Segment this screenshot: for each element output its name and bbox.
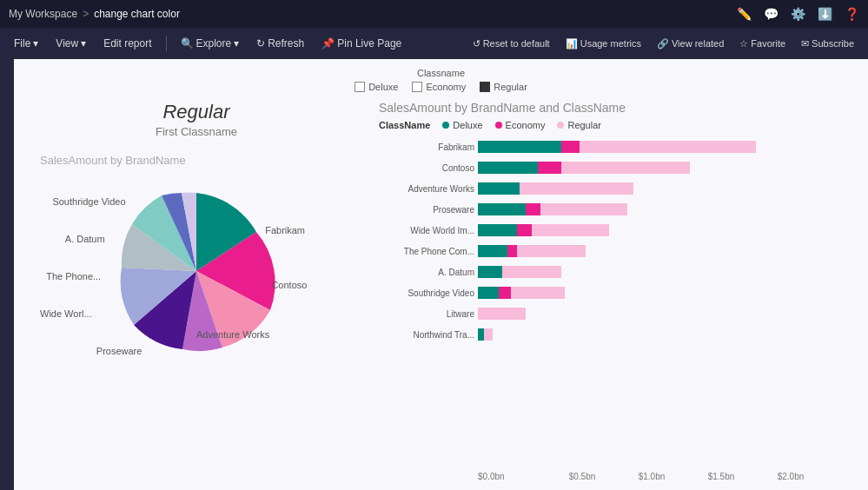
- bar-legend-regular: Regular: [557, 120, 601, 130]
- seg-deluxe: [478, 245, 507, 257]
- reset-btn[interactable]: ↺ Reset to default: [466, 35, 557, 53]
- pie-label-adventure: Adventure Works: [196, 329, 269, 340]
- bar-label: Northwind Tra...: [379, 330, 474, 340]
- breadcrumb: My Workspace > change chart color: [9, 8, 180, 20]
- bar-legend-regular-dot: [557, 122, 564, 129]
- x-tick: $0.5bn: [547, 472, 617, 481]
- bar-chart-area: FabrikamContosoAdventure WorksProsewareW…: [379, 137, 851, 468]
- usage-metrics-btn[interactable]: 📊 Usage metrics: [559, 35, 648, 53]
- x-tick: $0.0bn: [478, 472, 547, 481]
- bar-legend-deluxe: Deluxe: [442, 120, 482, 130]
- view-related-btn[interactable]: 🔗 View related: [650, 35, 731, 53]
- bar-legend: ClassName Deluxe Economy Regular: [379, 120, 851, 130]
- pie-label-contoso: Contoso: [271, 280, 307, 290]
- seg-deluxe: [478, 203, 526, 215]
- bar-legend-economy-dot: [495, 122, 502, 129]
- bar-label: Contoso: [379, 163, 474, 173]
- bar-segments: [478, 203, 627, 215]
- top-bar-actions: ✏️ 💬 ⚙️ ⬇️ ❓: [737, 7, 859, 21]
- seg-deluxe: [478, 287, 499, 299]
- pie-label-proseware: Proseware: [96, 346, 142, 356]
- bar-label: Proseware: [379, 205, 474, 215]
- explore-menu[interactable]: 🔍 Explore ▾: [174, 34, 247, 53]
- refresh-btn[interactable]: ↻ Refresh: [249, 34, 311, 53]
- seg-regular: [520, 182, 633, 195]
- bar-legend-classname: ClassName: [379, 120, 430, 130]
- seg-deluxe: [478, 182, 520, 195]
- bar-label: Litware: [379, 309, 474, 319]
- settings-icon-btn[interactable]: ⚙️: [791, 7, 805, 21]
- bar-row: Wide World Im...: [379, 221, 851, 240]
- bar-legend-regular-label: Regular: [567, 120, 601, 130]
- first-classname-label: First Classname: [156, 125, 237, 138]
- bar-segments: [478, 224, 609, 236]
- x-axis: $0.0bn$0.5bn$1.0bn$1.5bn$2.0bn: [478, 472, 851, 481]
- seg-regular: [478, 308, 526, 320]
- seg-economy: [507, 245, 516, 257]
- bar-row: Proseware: [379, 200, 851, 219]
- x-tick: $2.0bn: [756, 472, 825, 481]
- legend-deluxe-label: Deluxe: [368, 82, 398, 92]
- legend-economy: Economy: [412, 82, 466, 92]
- subscribe-btn[interactable]: ✉ Subscribe: [794, 35, 861, 53]
- bar-segments: [478, 245, 586, 257]
- x-tick: $1.5bn: [686, 472, 756, 481]
- edit-icon-btn[interactable]: ✏️: [737, 7, 752, 21]
- bar-legend-deluxe-dot: [442, 122, 449, 129]
- seg-deluxe: [478, 141, 561, 153]
- legend-deluxe: Deluxe: [354, 82, 398, 92]
- legend-regular: Regular: [480, 82, 527, 92]
- download-icon-btn[interactable]: ⬇️: [818, 7, 832, 21]
- seg-deluxe: [478, 328, 484, 341]
- pie-label-wideworld: Wide Worl...: [40, 308, 92, 319]
- bar-segments: [478, 182, 633, 195]
- seg-economy: [517, 224, 532, 236]
- charts-row: Regular First Classname SalesAmount by B…: [31, 101, 851, 481]
- right-chart: SalesAmount by BrandName and ClassName C…: [379, 101, 851, 481]
- workspace-link[interactable]: My Workspace: [9, 8, 77, 20]
- file-menu[interactable]: File ▾: [7, 34, 45, 53]
- bar-legend-deluxe-label: Deluxe: [453, 120, 482, 130]
- bar-row: Litware: [379, 304, 851, 323]
- pin-live-page-btn[interactable]: 📌 Pin Live Page: [315, 34, 408, 53]
- bar-row: Northwind Tra...: [379, 325, 851, 344]
- bar-row: The Phone Com...: [379, 242, 851, 261]
- bar-label: Adventure Works: [379, 184, 474, 194]
- seg-regular: [511, 287, 565, 299]
- bar-segments: [478, 162, 690, 174]
- breadcrumb-separator: >: [83, 8, 89, 20]
- x-tick: $1.0bn: [617, 472, 686, 481]
- seg-regular: [484, 328, 493, 341]
- legend-regular-box: [480, 82, 490, 92]
- page-title: change chart color: [94, 8, 180, 20]
- bar-legend-economy-label: Economy: [506, 120, 546, 130]
- right-actions: ↺ Reset to default 📊 Usage metrics 🔗 Vie…: [466, 35, 861, 53]
- legend-title: Classname: [417, 68, 465, 78]
- seg-regular: [502, 266, 562, 278]
- bar-row: Fabrikam: [379, 137, 851, 156]
- bar-segments: [478, 328, 493, 341]
- seg-regular: [561, 162, 690, 174]
- seg-deluxe: [478, 162, 538, 174]
- comment-icon-btn[interactable]: 💬: [764, 7, 779, 21]
- pie-label-datum: A. Datum: [65, 234, 105, 244]
- bar-segments: [478, 287, 565, 299]
- favorite-btn[interactable]: ☆ Favorite: [732, 35, 792, 53]
- bar-row: Contoso: [379, 158, 851, 177]
- classname-legend: Classname Deluxe Economy Regular: [31, 68, 851, 92]
- bar-row: A. Datum: [379, 262, 851, 281]
- view-menu[interactable]: View ▾: [49, 34, 93, 53]
- bar-row: Southridge Video: [379, 283, 851, 302]
- bar-label: Wide World Im...: [379, 226, 474, 235]
- legend-items: Deluxe Economy Regular: [354, 82, 527, 92]
- content-area: Classname Deluxe Economy Regular Re: [14, 59, 868, 490]
- top-bar: My Workspace > change chart color ✏️ 💬 ⚙…: [0, 0, 868, 28]
- big-class-label: Regular: [162, 101, 229, 123]
- help-icon-btn[interactable]: ❓: [845, 7, 859, 21]
- bar-legend-economy: Economy: [495, 120, 546, 130]
- seg-economy: [561, 141, 580, 153]
- bar-label: The Phone Com...: [379, 247, 474, 256]
- edit-report-btn[interactable]: Edit report: [96, 34, 158, 53]
- bar-label: Fabrikam: [379, 142, 474, 152]
- pie-label-phone: The Phone...: [46, 271, 101, 281]
